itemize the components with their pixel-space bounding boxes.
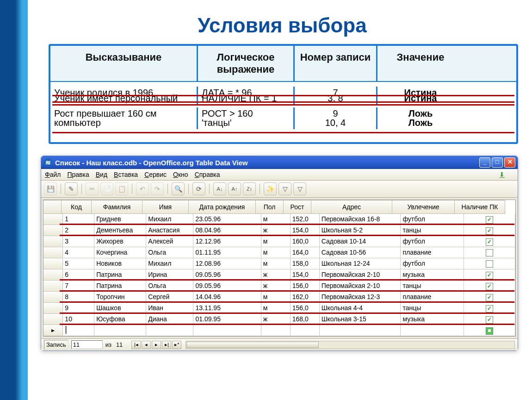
menu-edit[interactable]: Правка [67,171,89,178]
cell-pc[interactable]: ✓ [464,292,515,303]
table-row[interactable]: 2ДементьеваАнастасия08.04.96ж154,0Школьн… [43,225,515,236]
cell-code[interactable]: 7 [63,281,94,292]
cell-address[interactable]: Садовая 10-14 [320,236,401,247]
cell-height[interactable]: 154,0 [291,225,320,236]
nav-first-icon[interactable]: |◂ [131,341,141,349]
cell-code[interactable]: | [63,325,94,336]
cell-height[interactable]: 158,0 [291,258,320,269]
table-row[interactable]: 1ГридневМихаил23.05.96м152,0Первомайская… [43,214,515,225]
cell-name[interactable]: Михаил [146,258,193,269]
cell-name[interactable]: Ольга [146,281,193,292]
cell-pc[interactable] [464,247,515,258]
cell-address[interactable]: Первомайская 16-8 [320,214,401,225]
col-header-height[interactable]: Рост [284,200,311,214]
maximize-button[interactable]: □ [492,157,503,168]
col-header-address[interactable]: Адрес [311,200,392,214]
table-row[interactable]: 4КочергинаОльга01.11.95м164,0Садовая 10-… [43,247,515,258]
cell-sex[interactable]: м [261,247,291,258]
cell-height[interactable]: 156,0 [291,281,320,292]
cell-hobby[interactable]: футбол [401,258,464,269]
row-marker[interactable] [43,281,63,292]
cell-code[interactable]: 8 [63,292,94,303]
menu-view[interactable]: Вид [96,171,107,178]
cell-code[interactable]: 9 [63,303,94,314]
nav-prev-icon[interactable]: ◂ [142,341,151,349]
cell-sex[interactable]: м [261,303,291,314]
cell-code[interactable]: 10 [63,314,94,325]
cell-date[interactable]: 13.11.95 [193,303,261,314]
cell-address[interactable]: Первомайская 12-3 [320,292,401,303]
row-marker[interactable] [43,214,63,225]
remove-filter-icon[interactable]: ▽ [293,182,306,195]
cell-date[interactable]: 23.05.96 [193,214,261,225]
cell-hobby[interactable]: плавание [401,247,464,258]
cell-hobby[interactable]: музыка [401,269,464,281]
cell-hobby[interactable]: плавание [401,292,464,303]
window-titlebar[interactable]: ≋ Список - Наш класс.odb - OpenOffice.or… [41,156,518,169]
download-icon[interactable]: ⬇ [499,171,507,178]
cell-height[interactable]: 168,0 [291,314,320,325]
table-row[interactable]: 5НовиковМихаил12.08.96м158,0Школьная 12-… [43,258,515,269]
minimize-button[interactable]: _ [479,157,490,168]
cell-date[interactable]: 12.08.96 [193,258,261,269]
cell-date[interactable]: 09.05.96 [193,281,261,292]
cell-height[interactable]: 162,0 [291,292,320,303]
row-marker[interactable]: ▸ [43,325,63,336]
cell-code[interactable]: 5 [63,258,94,269]
cell-address[interactable]: Школьная 5-2 [320,225,401,236]
paste-icon[interactable]: 📋 [115,182,128,195]
sort-asc-icon[interactable]: A↓ [213,182,226,195]
cell-code[interactable]: 6 [63,269,94,281]
redo-icon[interactable]: ↷ [151,182,164,195]
cell-sex[interactable]: м [261,214,291,225]
cell-height[interactable]: 154,0 [291,269,320,281]
cell-sex[interactable]: ж [261,314,291,325]
close-button[interactable]: ✕ [504,157,515,168]
save-icon[interactable]: 💾 [44,182,57,195]
cell-hobby[interactable]: музыка [401,314,464,325]
col-header-sex[interactable]: Пол [256,200,284,214]
cell-address[interactable]: Школьная 3-15 [320,314,401,325]
table-row[interactable]: 6ПатринаИрина09.05.96ж154,0Первомайская … [43,269,515,281]
menu-help[interactable]: Справка [195,171,220,178]
cell-sex[interactable]: м [261,258,291,269]
cell-pc[interactable]: ■ [464,325,515,336]
row-marker[interactable] [43,269,63,281]
row-marker-header[interactable] [43,200,62,214]
cell-pc[interactable]: ✓ [464,269,515,281]
row-marker[interactable] [43,225,63,236]
menu-tools[interactable]: Сервис [144,171,167,178]
cell-date[interactable]: 09.05.96 [193,269,261,281]
cell-hobby[interactable]: танцы [401,225,464,236]
cut-icon[interactable]: ✂ [86,182,99,195]
cell-sex[interactable]: ж [261,269,291,281]
row-marker[interactable] [43,303,63,314]
table-row[interactable]: 9ШашковИван13.11.95м156,0Школьная 4-4тан… [43,303,515,314]
status-record-current[interactable]: 11 [71,340,103,349]
data-grid[interactable]: Код Фамилия Имя Дата рождения Пол Рост А… [43,200,516,337]
table-row[interactable]: 3ЖихоревАлексей12.12.96м160,0Садовая 10-… [43,236,515,247]
cell-surname[interactable]: Жихорев [94,236,146,247]
col-header-name[interactable]: Имя [142,200,189,214]
menu-file[interactable]: Файл [45,171,61,178]
cell-pc[interactable]: ✓ [464,314,515,325]
cell-pc[interactable]: ✓ [464,225,515,236]
cell-hobby[interactable]: футбол [401,214,464,225]
cell-name[interactable]: Ольга [146,247,193,258]
find-icon[interactable]: 🔍 [172,182,185,195]
cell-surname[interactable]: Патрина [94,281,146,292]
col-header-code[interactable]: Код [62,200,92,214]
cell-pc[interactable]: ✓ [464,214,515,225]
nav-next-icon[interactable]: ▸ [152,341,161,349]
cell-name[interactable]: Сергей [146,292,193,303]
cell-address[interactable]: Школьная 4-4 [320,303,401,314]
cell-date[interactable]: 08.04.96 [193,225,261,236]
cell-height[interactable]: 156,0 [291,303,320,314]
cell-surname[interactable]: Дементьева [94,225,146,236]
cell-name[interactable]: Иван [146,303,193,314]
autofilter-icon[interactable]: ✨ [264,182,277,195]
row-marker[interactable] [43,292,63,303]
horizontal-scrollbar[interactable] [186,341,515,349]
sort-icon[interactable]: Z↕ [243,182,256,195]
table-row[interactable]: 10ЮсуфоваДиана01.09.95ж168,0Школьная 3-1… [43,314,515,325]
